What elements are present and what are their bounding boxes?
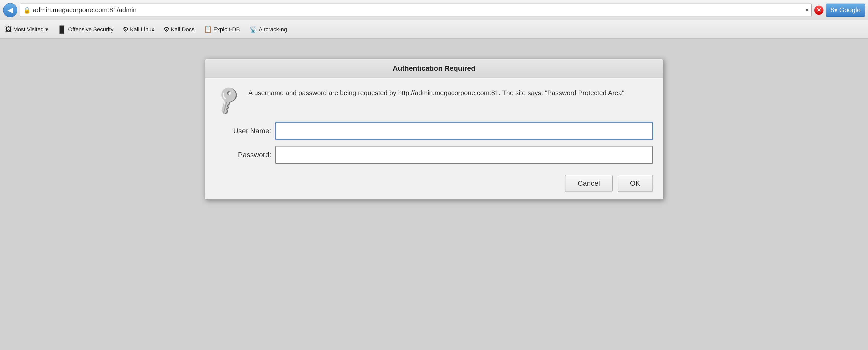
dialog-title-bar: Authentication Required	[205, 59, 663, 78]
dialog-buttons: Cancel OK	[215, 170, 653, 192]
offensive-security-icon: ▐▌	[57, 26, 67, 33]
bookmarks-bar: 🖼 Most Visited ▾ ▐▌ Offensive Security ⚙…	[0, 20, 868, 39]
dialog-info-row: 🔑 A username and password are being requ…	[215, 88, 653, 112]
dialog-body: 🔑 A username and password are being requ…	[205, 78, 663, 200]
address-bar-text[interactable]: admin.megacorpone.com:81/admin	[33, 6, 804, 14]
dialog-message: A username and password are being reques…	[248, 88, 624, 98]
kali-linux-label: Kali Linux	[130, 26, 154, 33]
auth-dialog: Authentication Required 🔑 A username and…	[205, 59, 663, 200]
exploit-db-label: Exploit-DB	[213, 26, 240, 33]
bookmark-exploit-db[interactable]: 📋 Exploit-DB	[202, 25, 242, 34]
bookmark-most-visited[interactable]: 🖼 Most Visited ▾	[3, 25, 50, 34]
google-button-label: 8▾ Google	[830, 6, 861, 14]
most-visited-label: Most Visited ▾	[13, 26, 48, 33]
password-label: Password:	[215, 151, 271, 159]
google-button[interactable]: 8▾ Google	[826, 4, 865, 17]
bookmark-offensive-security[interactable]: ▐▌ Offensive Security	[55, 25, 116, 34]
kali-docs-icon: ⚙	[163, 26, 169, 33]
bookmark-kali-linux[interactable]: ⚙ Kali Linux	[121, 25, 156, 34]
kali-linux-icon: ⚙	[123, 26, 129, 33]
username-row: User Name:	[215, 122, 653, 140]
offensive-security-label: Offensive Security	[68, 26, 113, 33]
address-dropdown-icon[interactable]: ▾	[806, 7, 808, 13]
cancel-button[interactable]: Cancel	[565, 175, 612, 192]
back-button[interactable]	[3, 3, 17, 17]
kali-docs-label: Kali Docs	[171, 26, 194, 33]
bookmark-aircrack-ng[interactable]: 📡 Aircrack-ng	[247, 25, 289, 34]
password-row: Password:	[215, 146, 653, 164]
exploit-db-icon: 📋	[204, 26, 212, 33]
ok-button[interactable]: OK	[618, 175, 653, 192]
address-bar-container: 🔒 admin.megacorpone.com:81/admin ▾	[20, 4, 812, 17]
aircrack-ng-label: Aircrack-ng	[259, 26, 287, 33]
nav-bar: 🔒 admin.megacorpone.com:81/admin ▾ ✕ 8▾ …	[0, 0, 868, 20]
bookmark-kali-docs[interactable]: ⚙ Kali Docs	[161, 25, 197, 34]
lock-icon: 🔒	[23, 7, 31, 14]
content-area: Authentication Required 🔑 A username and…	[0, 39, 868, 350]
most-visited-icon: 🖼	[5, 26, 12, 33]
aircrack-ng-icon: 📡	[249, 26, 257, 33]
stop-button[interactable]: ✕	[814, 6, 824, 15]
username-label: User Name:	[215, 127, 271, 135]
key-icon: 🔑	[211, 83, 245, 116]
password-input[interactable]	[275, 146, 653, 164]
username-input[interactable]	[275, 122, 653, 140]
dialog-title: Authentication Required	[393, 64, 475, 72]
